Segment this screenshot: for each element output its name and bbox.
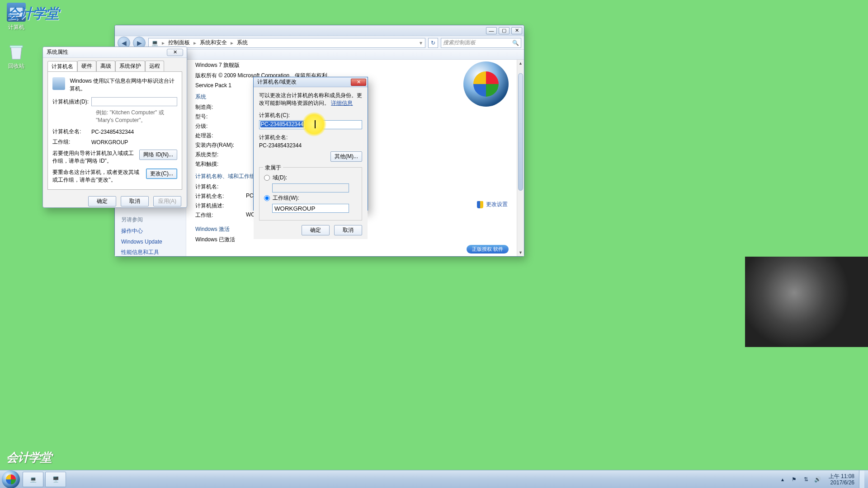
label-pen: 笔和触摸: xyxy=(195,160,246,168)
tab-remote[interactable]: 远程 xyxy=(145,61,164,71)
name-label: 计算机名(C): xyxy=(259,112,362,119)
activated-text: Windows 已激活 xyxy=(195,236,235,244)
label-cpu: 处理器: xyxy=(195,132,246,140)
show-desktop-button[interactable] xyxy=(859,470,864,488)
tray-expand-icon[interactable]: ▴ xyxy=(779,476,786,483)
label-maker: 制造商: xyxy=(195,103,246,111)
sysprop-title: 系统属性 xyxy=(47,48,68,56)
member-group: 隶属于 域(D): 工作组(W): xyxy=(259,167,362,221)
more-button[interactable]: 其他(M)... xyxy=(330,151,362,162)
control-panel-icon: 💻 xyxy=(30,476,37,483)
label-rating: 分级: xyxy=(195,122,246,130)
edition-text: Windows 7 旗舰版 xyxy=(195,61,512,69)
radio-workgroup[interactable] xyxy=(264,195,270,201)
apply-button[interactable]: 应用(A) xyxy=(153,196,181,206)
start-button[interactable] xyxy=(2,470,20,488)
brand-logo-top: 会计学堂 xyxy=(6,5,59,23)
brand-logo-bottom: 会计学堂 xyxy=(6,450,52,465)
task-item-controlpanel[interactable]: 💻 xyxy=(23,472,43,487)
desc-input[interactable] xyxy=(91,97,177,106)
webcam-overlay xyxy=(745,257,868,347)
network-icon[interactable]: ⇅ xyxy=(802,476,810,483)
change-button[interactable]: 更改(C)... xyxy=(146,169,177,179)
sysprop-tabs: 计算机名 硬件 高级 系统保护 远程 xyxy=(43,58,187,71)
side-section-title: 另请参阅 xyxy=(115,211,186,225)
label-fullname: 计算机全名: xyxy=(195,192,246,200)
label-compname: 计算机名: xyxy=(195,183,246,191)
radio-workgroup-label: 工作组(W): xyxy=(273,194,299,202)
volume-icon[interactable]: 🔊 xyxy=(814,476,821,483)
chevron-down-icon[interactable]: ▾ xyxy=(420,40,422,46)
taskbar: 💻 🖥️ ▴ ⚑ ⇅ 🔊 上午 11:08 2017/6/26 xyxy=(0,470,868,488)
clock-time: 上午 11:08 xyxy=(829,473,854,479)
change-settings-link[interactable]: 更改设置 xyxy=(477,201,508,208)
sysprop-buttons: 确定 取消 应用(A) xyxy=(43,193,187,209)
clock-date: 2017/6/26 xyxy=(829,479,854,486)
rename-desc: 可以更改这台计算机的名称和成员身份。更改可能影响网络资源的访问。 详细信息 xyxy=(259,92,362,107)
netid-para: 若要使用向导将计算机加入域或工作组，请单击"网络 ID"。 xyxy=(52,150,135,165)
system-properties-dialog: 系统属性 ✕ 计算机名 硬件 高级 系统保护 远程 Windows 使用以下信息… xyxy=(42,47,187,208)
desktop-icon-recycle[interactable]: 回收站 xyxy=(3,42,30,70)
recycle-bin-icon xyxy=(7,42,26,61)
maximize-button[interactable]: ▢ xyxy=(499,27,509,34)
scroll-thumb[interactable] xyxy=(518,73,523,191)
sysprop-titlebar[interactable]: 系统属性 ✕ xyxy=(43,47,187,58)
ok-button[interactable]: 确定 xyxy=(88,196,116,206)
search-input[interactable]: 搜索控制面板 🔍 xyxy=(441,38,521,48)
tab-computer-name[interactable]: 计算机名 xyxy=(47,61,77,72)
fullname-label2: 计算机全名: xyxy=(259,134,362,141)
label-compdesc: 计算机描述: xyxy=(195,202,246,210)
domain-input xyxy=(272,183,349,192)
radio-domain[interactable] xyxy=(264,175,270,181)
breadcrumb[interactable]: 系统 xyxy=(237,39,248,47)
task-item-sysprop[interactable]: 🖥️ xyxy=(45,472,66,487)
breadcrumb[interactable]: 系统和安全 xyxy=(200,39,227,47)
fullname-label: 计算机全名: xyxy=(52,128,91,136)
radio-domain-label: 域(D): xyxy=(273,174,287,182)
text-cursor-icon xyxy=(315,120,316,128)
genuine-badge: 正版授权 软件 xyxy=(467,245,509,253)
sysprop-intro: Windows 使用以下信息在网络中标识这台计算机。 xyxy=(70,77,177,93)
window-titlebar[interactable]: — ▢ ✕ xyxy=(115,25,524,36)
network-id-button[interactable]: 网络 ID(N)... xyxy=(139,150,177,160)
minimize-button[interactable]: — xyxy=(486,27,497,34)
breadcrumb[interactable]: 控制面板 xyxy=(168,39,190,47)
sysprop-close-button[interactable]: ✕ xyxy=(167,49,183,56)
address-bar[interactable]: 💻▸ 控制面板▸ 系统和安全▸ 系统 ▾ xyxy=(148,38,425,48)
scroll-up-icon[interactable]: ▲ xyxy=(517,60,524,67)
scroll-down-icon[interactable]: ▼ xyxy=(517,249,524,256)
rename-ok-button[interactable]: 确定 xyxy=(302,225,330,235)
details-link[interactable]: 详细信息 xyxy=(331,100,353,106)
label-model: 型号: xyxy=(195,113,246,121)
clock[interactable]: 上午 11:08 2017/6/26 xyxy=(829,473,854,486)
scrollbar[interactable]: ▲ ▼ xyxy=(517,60,524,256)
close-button[interactable]: ✕ xyxy=(511,27,522,34)
cancel-button[interactable]: 取消 xyxy=(121,196,149,206)
side-link-actioncenter[interactable]: 操作中心 xyxy=(115,225,186,237)
label-systype: 系统类型: xyxy=(195,151,246,159)
wg-value: WORKGROUP xyxy=(91,139,128,145)
side-link-perf[interactable]: 性能信息和工具 xyxy=(115,247,186,258)
refresh-button[interactable]: ↻ xyxy=(428,38,438,48)
sysprop-tab-body: Windows 使用以下信息在网络中标识这台计算机。 计算机描述(D): 例如:… xyxy=(47,71,182,190)
search-icon: 🔍 xyxy=(512,40,519,46)
flag-icon[interactable]: ⚑ xyxy=(791,476,798,483)
desc-label: 计算机描述(D): xyxy=(52,98,91,106)
workgroup-input[interactable] xyxy=(272,204,349,213)
rename-dialog: 计算机名/域更改 ✕ 可以更改这台计算机的名称和成员身份。更改可能影响网络资源的… xyxy=(253,77,368,211)
rename-cancel-button[interactable]: 取消 xyxy=(334,225,362,235)
label-workgroup: 工作组: xyxy=(195,211,246,219)
side-link-winupdate[interactable]: Windows Update xyxy=(115,237,186,247)
fullname-value2: PC-23485432344 xyxy=(259,142,362,149)
rename-close-button[interactable]: ✕ xyxy=(351,79,366,86)
tab-hardware[interactable]: 硬件 xyxy=(77,61,96,71)
fullname-value: PC-23485432344 xyxy=(91,129,134,135)
rename-titlebar[interactable]: 计算机名/域更改 ✕ xyxy=(254,77,368,87)
label-ram: 安装内存(RAM): xyxy=(195,141,246,149)
tab-advanced[interactable]: 高级 xyxy=(96,61,115,71)
tab-protection[interactable]: 系统保护 xyxy=(115,61,145,71)
computer-icon xyxy=(52,77,65,90)
recycle-label: 回收站 xyxy=(3,62,30,70)
wg-label: 工作组: xyxy=(52,138,91,146)
windows-logo-icon xyxy=(463,61,509,107)
